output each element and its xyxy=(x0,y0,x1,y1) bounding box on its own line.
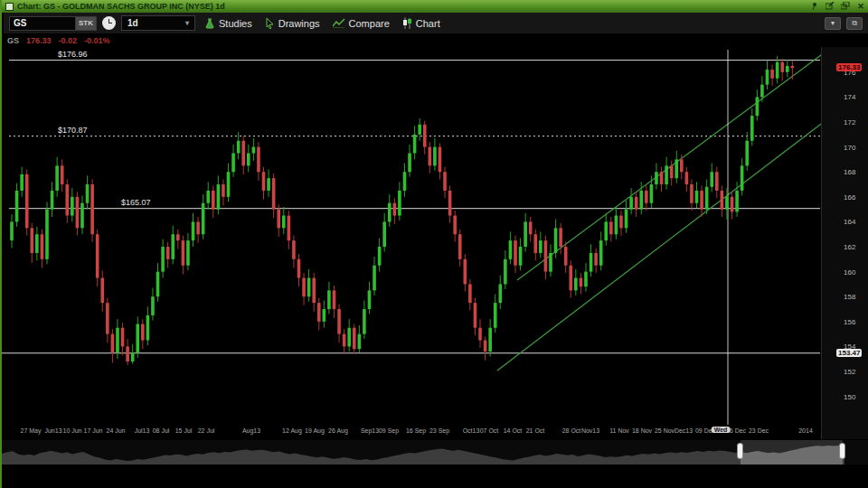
candle-body xyxy=(347,328,351,347)
candle-body xyxy=(488,328,492,352)
navigator-area xyxy=(2,446,844,465)
clock-icon[interactable] xyxy=(102,16,116,30)
candle-body xyxy=(90,184,94,234)
edit-icon[interactable] xyxy=(825,2,835,11)
x-axis-label: Dec13 xyxy=(675,427,693,434)
title-bar[interactable]: Chart: GS - GOLDMAN SACHS GROUP INC (NYS… xyxy=(2,0,868,13)
candle-body xyxy=(196,221,200,234)
candle-body xyxy=(519,247,523,266)
candle-body xyxy=(45,210,49,259)
quote-change: -0.02 xyxy=(59,36,78,47)
candle-body xyxy=(524,221,527,247)
candle-body xyxy=(121,328,125,347)
candle-body xyxy=(403,172,407,191)
candle-body xyxy=(282,216,286,229)
candle-body xyxy=(458,234,462,259)
range-navigator[interactable] xyxy=(2,440,868,465)
candle-body xyxy=(599,240,603,266)
studies-button[interactable]: Studies xyxy=(201,16,256,31)
candle-body xyxy=(559,228,562,247)
candle-body xyxy=(448,191,452,216)
candle-body xyxy=(146,315,150,341)
maximize-icon[interactable] xyxy=(840,2,851,11)
candle-body xyxy=(378,247,382,266)
candle-body xyxy=(227,172,231,197)
last-price-badge: 176.33 xyxy=(836,63,862,71)
candle-body xyxy=(80,203,84,229)
x-axis-label: 22 Jul xyxy=(198,427,215,434)
trend-channel-line[interactable] xyxy=(497,113,835,371)
candle-body xyxy=(660,172,664,184)
candle-body xyxy=(655,172,658,184)
chart-type-button[interactable]: Chart xyxy=(399,15,444,31)
candle-body xyxy=(619,216,623,229)
candle-body xyxy=(382,221,386,247)
drawings-button[interactable]: Drawings xyxy=(261,16,324,31)
candle-body xyxy=(212,191,215,210)
close-icon[interactable]: ✕ xyxy=(855,2,866,11)
time-axis[interactable]: 27 MayJun1310 Jun17 Jun24 JunJul1308 Jul… xyxy=(2,425,868,439)
candle-body xyxy=(156,272,160,297)
candle-body xyxy=(358,334,362,350)
candle-body xyxy=(267,178,270,191)
x-axis-label: 10 Jun xyxy=(62,427,81,434)
candle-body xyxy=(166,247,170,259)
chart-menu-button[interactable]: ▾ xyxy=(825,17,841,30)
candle-body xyxy=(408,154,411,173)
candle-body xyxy=(580,278,583,287)
price-axis[interactable]: 1761741721701681661641621601581561541521… xyxy=(821,47,868,439)
candle-body xyxy=(333,290,336,309)
x-axis-label: 25 Nov xyxy=(655,427,675,434)
x-axis-label: 26 Aug xyxy=(328,427,348,434)
detach-button[interactable]: ⧉ xyxy=(846,17,863,30)
candle-body xyxy=(292,240,296,259)
compare-button[interactable]: Compare xyxy=(329,16,393,31)
candlestick-chart[interactable] xyxy=(2,47,868,439)
candle-body xyxy=(504,259,507,285)
candle-body xyxy=(86,184,90,203)
candle-body xyxy=(25,174,29,228)
navigator-left-handle[interactable] xyxy=(737,443,743,459)
candle-body xyxy=(429,147,432,166)
candle-body xyxy=(106,303,109,334)
x-axis-label: 11 Nov xyxy=(609,427,629,434)
candle-body xyxy=(161,247,165,272)
level-price-badge: 153.47 xyxy=(836,349,862,357)
candle-body xyxy=(760,85,764,98)
candle-body xyxy=(680,159,684,172)
candle-body xyxy=(35,234,39,253)
timeframe-dropdown[interactable]: 1d ▾ xyxy=(121,15,195,31)
pin-icon[interactable] xyxy=(809,2,820,11)
candle-body xyxy=(182,240,185,266)
quote-change-pct: -0.01% xyxy=(84,36,110,47)
candle-body xyxy=(498,284,502,303)
candlestick-icon xyxy=(402,17,412,29)
candle-body xyxy=(353,328,356,349)
symbol-input[interactable] xyxy=(9,16,76,31)
candle-body xyxy=(131,352,135,361)
candle-body xyxy=(247,154,250,166)
x-axis-label: 15 Jul xyxy=(175,427,193,434)
candle-body xyxy=(186,240,190,266)
candle-body xyxy=(675,159,678,178)
candle-body xyxy=(317,303,321,322)
candle-body xyxy=(615,216,618,235)
x-axis-label: Nov13 xyxy=(581,427,599,434)
candle-body xyxy=(745,141,749,166)
candle-body xyxy=(413,135,417,154)
x-axis-label: 19 Aug xyxy=(305,427,325,434)
candle-body xyxy=(231,154,235,173)
chart-canvas[interactable]: 1761741721701681661641621601581561541521… xyxy=(2,47,868,439)
candle-body xyxy=(514,240,517,266)
candle-body xyxy=(539,240,542,253)
candle-body xyxy=(439,147,442,173)
candle-body xyxy=(192,221,195,240)
candle-body xyxy=(151,296,155,315)
x-axis-label: 17 Jun xyxy=(83,427,102,434)
candle-body xyxy=(529,221,533,234)
candle-body xyxy=(393,203,397,216)
candle-body xyxy=(262,172,266,191)
x-axis-label: Aug13 xyxy=(242,427,260,434)
navigator-right-handle[interactable] xyxy=(839,443,845,459)
candle-body xyxy=(670,165,674,178)
